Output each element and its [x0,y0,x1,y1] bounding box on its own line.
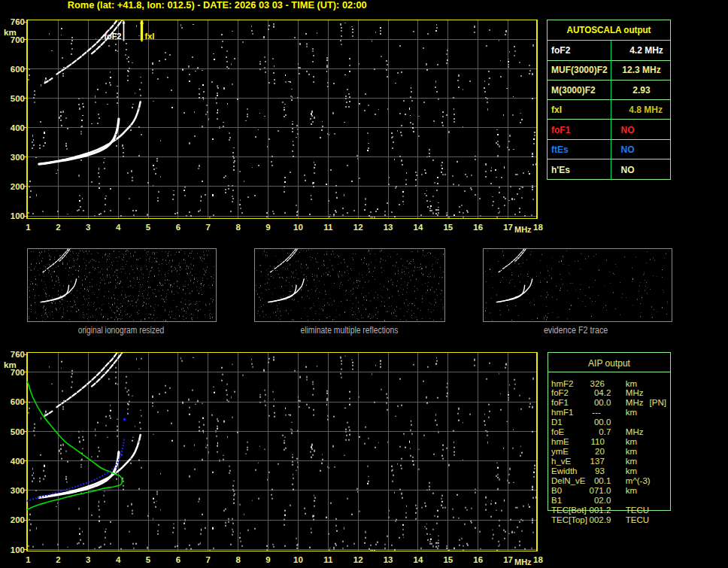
svg-text:12: 12 [353,223,363,232]
svg-text:200: 200 [11,182,25,191]
svg-text:[PN]: [PN] [650,398,666,407]
svg-text:3: 3 [86,223,90,232]
svg-text:NO: NO [621,165,635,175]
svg-text:02.0: 02.0 [594,496,611,505]
svg-text:2: 2 [56,555,60,564]
svg-text:0.7: 0.7 [599,427,611,436]
svg-text:4: 4 [116,555,121,564]
svg-text:foF2: foF2 [551,45,571,56]
svg-text:MHz: MHz [626,388,644,397]
svg-text:km: km [4,28,17,37]
svg-text:ymE: ymE [551,447,569,456]
svg-text:6: 6 [176,223,180,232]
svg-text:h'Es: h'Es [551,165,570,175]
svg-text:11: 11 [323,223,333,232]
svg-text:TEC[Top]: TEC[Top] [551,515,587,524]
svg-text:18: 18 [533,223,543,232]
svg-text:6: 6 [176,555,180,564]
svg-text:foE: foE [551,427,565,436]
svg-text:10: 10 [293,555,303,564]
svg-text:TECU: TECU [626,515,649,524]
svg-text:4: 4 [116,223,121,232]
svg-text:137: 137 [590,457,605,466]
svg-text:20: 20 [595,447,605,456]
svg-text:m^(-3): m^(-3) [626,476,651,485]
svg-text:13: 13 [384,555,393,564]
svg-text:7: 7 [206,555,211,564]
svg-text:5: 5 [146,555,151,564]
svg-text:7: 7 [206,223,211,232]
svg-text:TEC[Bot]: TEC[Bot] [551,506,587,515]
svg-text:Rome (lat: +41.8, lon: 012.5): Rome (lat: +41.8, lon: 012.5) - DATE: 20… [68,0,367,11]
svg-text:foF2: foF2 [551,388,569,397]
svg-text:foF1: foF1 [551,398,569,407]
svg-text:---: --- [592,408,601,417]
svg-text:700: 700 [11,35,25,44]
svg-text:km: km [626,379,637,388]
svg-text:200: 200 [11,515,25,524]
svg-text:MHz: MHz [626,398,644,407]
svg-text:11: 11 [323,555,333,564]
svg-text:4.8 MHz: 4.8 MHz [629,105,663,115]
svg-text:km: km [626,447,637,456]
svg-text:12.3 MHz: 12.3 MHz [622,65,660,75]
svg-text:13: 13 [384,223,393,232]
svg-text:5: 5 [146,223,151,232]
svg-text:NO: NO [621,144,635,155]
svg-text:hmE: hmE [551,437,569,446]
svg-text:071.0: 071.0 [590,486,611,495]
svg-text:326: 326 [590,379,605,388]
svg-text:16: 16 [473,555,483,564]
svg-text:original ionogram resized: original ionogram resized [78,325,165,336]
svg-text:15: 15 [443,555,453,564]
svg-text:D1: D1 [551,418,563,427]
svg-text:18: 18 [533,555,543,564]
svg-text:8: 8 [235,223,241,232]
svg-text:500: 500 [11,427,25,436]
svg-text:93: 93 [595,466,605,475]
svg-text:400: 400 [11,123,25,132]
svg-text:4.2 MHz: 4.2 MHz [629,45,663,56]
svg-text:M(3000)F2: M(3000)F2 [551,85,596,96]
svg-text:km: km [626,466,637,475]
svg-text:600: 600 [11,397,25,406]
svg-text:001.2: 001.2 [590,506,611,515]
svg-text:100: 100 [11,545,25,554]
svg-text:16: 16 [473,223,483,232]
svg-text:km: km [4,360,17,369]
svg-text:B1: B1 [551,496,562,505]
svg-text:2: 2 [56,223,60,232]
svg-text:AUTOSCALA output: AUTOSCALA output [567,25,651,35]
svg-text:DelN_vE: DelN_vE [551,476,586,485]
svg-text:12: 12 [353,555,363,564]
svg-text:MUF(3000)F2: MUF(3000)F2 [551,65,608,75]
svg-text:hmF1: hmF1 [551,408,573,417]
svg-text:km: km [626,457,637,466]
svg-text:B0: B0 [551,486,562,495]
svg-text:foF2: foF2 [104,32,121,41]
svg-text:h_vE: h_vE [551,457,572,466]
svg-text:300: 300 [11,486,25,495]
svg-text:evidence F2 trace: evidence F2 trace [544,325,608,336]
svg-text:400: 400 [11,457,25,466]
svg-text:ftEs: ftEs [551,144,569,155]
svg-text:km: km [626,408,637,417]
svg-text:km: km [626,437,637,446]
svg-text:300: 300 [11,153,25,162]
svg-text:9: 9 [265,223,270,232]
svg-text:100: 100 [11,211,25,220]
svg-text:1: 1 [26,223,31,232]
svg-text:3: 3 [86,555,90,564]
svg-text:002.9: 002.9 [590,515,611,524]
svg-text:AIP output: AIP output [588,358,630,369]
svg-text:MHz: MHz [514,225,532,234]
svg-text:fxI: fxI [551,105,562,115]
svg-text:14: 14 [414,223,423,232]
svg-text:00.0: 00.0 [594,398,611,407]
svg-text:760: 760 [11,350,25,359]
svg-text:14: 14 [414,555,423,564]
svg-text:8: 8 [235,555,241,564]
svg-text:10: 10 [293,223,303,232]
svg-text:04.2: 04.2 [594,388,611,397]
svg-text:km: km [626,486,637,495]
